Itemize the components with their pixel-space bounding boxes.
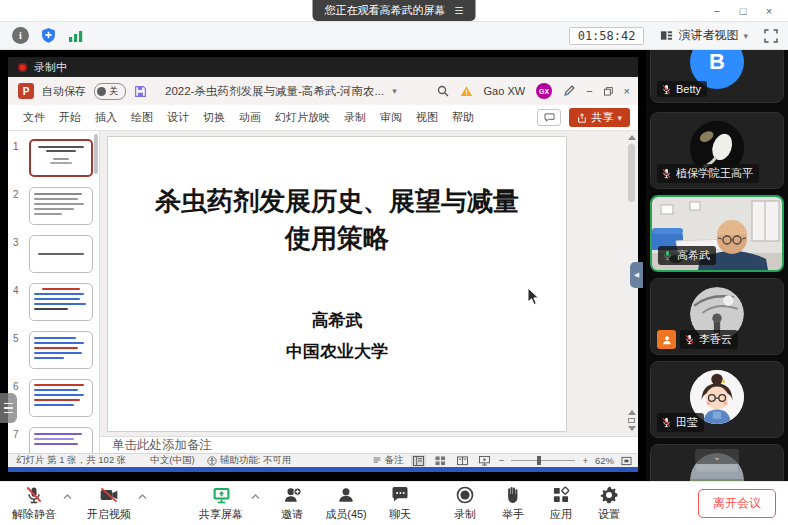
mute-options-chevron[interactable] [63, 494, 72, 500]
participant-name: Betty [676, 83, 701, 95]
participant-tile-partial[interactable]: ⌄ [650, 444, 784, 481]
share-button[interactable]: 共享 ▾ [569, 108, 630, 127]
zoom-slider-thumb[interactable] [537, 456, 541, 465]
share-icon [577, 113, 587, 123]
slide-nav-buttons[interactable] [627, 410, 636, 431]
notes-pane[interactable]: 单击此处添加备注 [100, 436, 638, 453]
zoom-slider[interactable] [511, 460, 575, 461]
thumbnail-scrollbar[interactable] [94, 134, 98, 174]
zoom-in-button[interactable]: + [582, 455, 588, 466]
fit-to-window-button[interactable] [621, 456, 632, 466]
accessibility-status[interactable]: 辅助功能: 不可用 [220, 454, 292, 467]
previous-slide-icon[interactable] [628, 410, 636, 415]
recording-label: 录制中 [34, 60, 67, 75]
participant-tile-betty[interactable]: B Betty [650, 50, 784, 103]
participant-tile-gaoxiwu[interactable]: 高希武 [650, 195, 784, 272]
raise-hand-icon [503, 485, 523, 505]
participant-name-tag: Betty [657, 81, 707, 97]
shared-screen-region: 录制中 P 自动保存 关 2022-杀虫药剂发展与减量-高希武-河南农... ▾ [0, 50, 646, 481]
tab-design[interactable]: 设计 [160, 105, 196, 130]
view-mode-button[interactable]: 演讲者视图 ▾ [656, 25, 752, 46]
leave-meeting-button[interactable]: 离开会议 [698, 489, 776, 518]
banner-menu-icon[interactable]: ☰ [455, 5, 464, 16]
ppt-close-button[interactable]: × [624, 85, 630, 97]
slide-title: 杀虫药剂发展历史、展望与减量使用策略 [108, 183, 566, 257]
video-options-chevron[interactable] [138, 494, 147, 500]
share-options-chevron[interactable] [251, 494, 260, 500]
apps-button[interactable]: 应用 [537, 485, 585, 522]
participant-tile-tianying[interactable]: 田莹 [650, 361, 784, 438]
raise-hand-button[interactable]: 举手 [489, 485, 537, 522]
title-chevron-down-icon[interactable]: ▾ [392, 86, 397, 96]
record-button[interactable]: 录制 [441, 485, 489, 522]
mouse-cursor [527, 287, 540, 306]
chat-button[interactable]: 聊天 [377, 485, 423, 522]
collapse-tiles-button[interactable]: ⌄ [695, 449, 739, 464]
participant-name: 高希武 [677, 248, 710, 263]
warning-icon[interactable] [460, 85, 473, 97]
reading-view-button[interactable] [455, 455, 470, 467]
tab-review[interactable]: 审阅 [373, 105, 409, 130]
pen-icon[interactable] [563, 85, 575, 97]
account-avatar[interactable]: GX [536, 83, 552, 99]
minimize-button[interactable]: − [704, 0, 730, 22]
info-icon[interactable]: i [12, 27, 29, 44]
comments-button[interactable] [537, 109, 561, 126]
tab-draw[interactable]: 绘图 [124, 105, 160, 130]
meeting-control-bar: i 01:58:42 演讲者视图 ▾ [0, 22, 788, 50]
ppt-titlebar: P 自动保存 关 2022-杀虫药剂发展与减量-高希武-河南农... ▾ Gao… [8, 77, 638, 105]
view-mode-label: 演讲者视图 [678, 27, 738, 44]
tab-record[interactable]: 录制 [337, 105, 373, 130]
mic-muted-icon [24, 485, 44, 505]
settings-button[interactable]: 设置 [585, 485, 633, 522]
participant-tile-lixiangyun[interactable]: 李香云 [650, 278, 784, 355]
ppt-minimize-button[interactable]: − [586, 85, 592, 97]
record-icon [455, 485, 475, 505]
search-icon[interactable] [437, 85, 449, 97]
autosave-label: 自动保存 [42, 84, 86, 99]
meeting-timer: 01:58:42 [569, 27, 645, 45]
autosave-toggle[interactable]: 关 [94, 83, 126, 100]
zoom-level[interactable]: 62% [595, 455, 614, 466]
normal-view-button[interactable] [411, 455, 426, 467]
tab-animations[interactable]: 动画 [232, 105, 268, 130]
zoom-out-button[interactable]: − [499, 455, 505, 466]
slide-canvas[interactable]: 杀虫药剂发展历史、展望与减量使用策略 高希武 中国农业大学 [107, 136, 567, 432]
sidebar-collapse-tab[interactable]: ◀ [630, 262, 643, 288]
invite-icon [282, 485, 303, 505]
shield-icon[interactable] [40, 27, 57, 44]
layout-icon [660, 29, 673, 42]
tab-view[interactable]: 视图 [409, 105, 445, 130]
unmute-button[interactable]: 解除静音 [6, 485, 62, 522]
maximize-button[interactable]: □ [730, 0, 756, 22]
slide-counter[interactable]: 幻灯片 第 1 张，共 102 张 [16, 454, 126, 467]
share-screen-button[interactable]: 共享屏幕 [192, 485, 250, 522]
slide-scrollbar[interactable] [627, 135, 636, 365]
notes-toggle[interactable]: 备注 [372, 454, 404, 467]
fullscreen-button[interactable] [764, 29, 778, 43]
tab-insert[interactable]: 插入 [88, 105, 124, 130]
close-button[interactable]: × [756, 0, 782, 22]
tab-transitions[interactable]: 切换 [196, 105, 232, 130]
slide-sorter-view-button[interactable] [433, 455, 448, 467]
tab-home[interactable]: 开始 [52, 105, 88, 130]
network-signal-icon[interactable] [68, 29, 84, 43]
tab-slideshow[interactable]: 幻灯片放映 [268, 105, 337, 130]
start-video-button[interactable]: 开启视频 [81, 485, 137, 522]
tab-help[interactable]: 帮助 [445, 105, 481, 130]
slideshow-view-button[interactable] [477, 455, 492, 467]
invite-button[interactable]: 邀请 [269, 485, 315, 522]
language-indicator[interactable]: 中文(中国) [150, 454, 194, 467]
floating-panel-handle[interactable] [0, 393, 17, 423]
document-title[interactable]: 2022-杀虫药剂发展与减量-高希武-河南农... [165, 84, 384, 99]
slide-box-icon[interactable] [628, 418, 635, 423]
next-slide-icon[interactable] [628, 426, 636, 431]
collapse-left-icon: ◀ [634, 271, 639, 279]
ppt-restore-button[interactable] [604, 87, 613, 96]
account-name[interactable]: Gao XW [484, 85, 526, 97]
tab-file[interactable]: 文件 [16, 105, 52, 130]
participant-tile-wanggaoping[interactable]: 植保学院王高平 [650, 112, 784, 189]
powerpoint-window: P 自动保存 关 2022-杀虫药剂发展与减量-高希武-河南农... ▾ Gao… [8, 77, 638, 467]
members-button[interactable]: 成员(45) [315, 485, 377, 522]
save-icon[interactable] [134, 85, 147, 98]
